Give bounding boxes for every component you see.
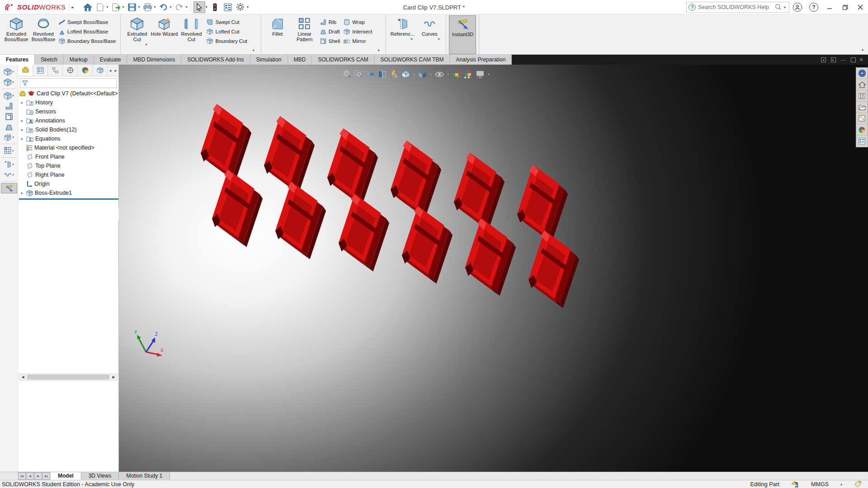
reference-geometry-caret[interactable]: ▾	[407, 37, 416, 44]
new-document-button[interactable]	[94, 1, 106, 13]
swept-cut-button[interactable]: Swept Cut	[207, 17, 247, 27]
curves-button[interactable]: Curves ▾	[416, 15, 443, 54]
units-label[interactable]: MMGS	[811, 481, 829, 488]
strip-curves-button[interactable]: ▾	[1, 169, 17, 180]
tab-cam-manager[interactable]	[93, 65, 108, 76]
custom-properties-icon[interactable]	[856, 136, 868, 147]
ribbon-collapse-caret[interactable]: ▴	[862, 47, 868, 54]
child-minimize-icon[interactable]: —	[838, 57, 848, 62]
minimize-button[interactable]	[822, 0, 837, 14]
strip-reference-geometry-button[interactable]: ▾	[1, 159, 17, 169]
strip-shell-button[interactable]	[1, 111, 17, 122]
tab-configuration-manager[interactable]	[48, 65, 63, 76]
file-explorer-icon[interactable]	[856, 102, 868, 113]
redo-caret[interactable]: ▾	[186, 5, 188, 9]
help-search-box[interactable]: ? ▾	[686, 2, 789, 13]
tab-motion-study-1[interactable]: Motion Study 1	[119, 472, 170, 480]
expand-caret[interactable]: ▸	[20, 118, 24, 123]
strip-rib-button[interactable]	[1, 101, 17, 111]
tag-icon[interactable]	[854, 481, 862, 488]
tree-item-material[interactable]: Material <not specified>	[18, 143, 118, 152]
expand-caret[interactable]: ▸	[20, 191, 24, 195]
tree-item-equations[interactable]: ▸ Σ Equations	[18, 134, 118, 143]
intersect-button[interactable]: Intersect	[344, 27, 372, 36]
logo-flyout-arrow[interactable]: ▸	[69, 4, 77, 10]
first-tab-icon[interactable]: |◂	[18, 472, 26, 480]
tree-item-history[interactable]: ▸ ↺ History	[18, 98, 118, 107]
new-document-caret[interactable]: ▾	[107, 5, 108, 9]
tab-solidworks-add-ins[interactable]: SOLIDWORKS Add-Ins	[181, 55, 250, 65]
redo-button[interactable]	[174, 1, 185, 13]
tab-simulation[interactable]: Simulation	[250, 55, 288, 65]
reference-geometry-button[interactable]: Referenc... ▾	[389, 15, 416, 54]
design-library-icon[interactable]	[856, 90, 868, 102]
tab-evaluate[interactable]: Evaluate	[94, 55, 127, 65]
expand-caret[interactable]: ▸	[20, 136, 24, 141]
revolved-cut-button[interactable]: Revolved Cut	[178, 15, 205, 54]
account-icon[interactable]	[793, 3, 802, 12]
revolved-boss-base-button[interactable]: Revolved Boss/Base	[30, 15, 57, 54]
tree-item-solid-bodies[interactable]: ▸ Solid Bodies(12)	[18, 125, 118, 134]
hole-wizard-button[interactable]: Hole Wizard	[151, 15, 178, 54]
save-caret[interactable]: ▾	[138, 5, 140, 9]
select-tool-button[interactable]	[193, 1, 205, 13]
restore-button[interactable]	[837, 0, 853, 14]
tab-markup[interactable]: Markup	[64, 55, 94, 65]
scroll-left-icon[interactable]: ◀	[19, 375, 26, 379]
pane-previous-icon[interactable]: ◂	[818, 57, 828, 62]
expand-caret[interactable]: ▸	[20, 100, 24, 105]
tree-item-front-plane[interactable]: Front Plane	[18, 152, 118, 161]
close-button[interactable]	[853, 0, 868, 14]
view-palette-icon[interactable]	[856, 113, 868, 124]
solid-bodies-render[interactable]	[119, 65, 868, 472]
expand-caret[interactable]: ▸	[20, 127, 24, 132]
lofted-cut-button[interactable]: Lofted Cut	[207, 27, 247, 36]
extruded-cut-caret[interactable]: ▾	[142, 42, 151, 49]
tree-item-origin[interactable]: Origin	[18, 179, 118, 188]
threedexperience-icon[interactable]	[856, 68, 868, 79]
tree-root-item[interactable]: Card Clip V7 (Default<<Default>	[18, 89, 118, 98]
search-icon[interactable]	[774, 4, 782, 11]
options-caret[interactable]: ▾	[247, 5, 249, 9]
cut-group-caret[interactable]: ▾	[249, 48, 258, 54]
scrollbar-thumb[interactable]	[27, 375, 109, 380]
tree-item-annotations[interactable]: ▸ A Annotations	[18, 116, 118, 125]
print-caret[interactable]: ▾	[154, 5, 156, 9]
strip-fillet-button[interactable]: ▾	[1, 90, 17, 101]
tree-item-top-plane[interactable]: Top Plane	[18, 161, 118, 170]
performance-evaluation-button[interactable]	[209, 1, 221, 13]
tab-mbd[interactable]: MBD	[288, 55, 312, 65]
taskpane-home-icon[interactable]	[856, 79, 868, 90]
search-scope-caret[interactable]: ▾	[784, 5, 786, 9]
tab-dimxpert-manager[interactable]	[63, 65, 78, 76]
tab-solidworks-cam[interactable]: SOLIDWORKS CAM	[312, 55, 374, 65]
features-group-caret[interactable]: ▾	[374, 48, 383, 54]
child-restore-icon[interactable]	[848, 57, 858, 62]
performance-rebuild-icon[interactable]	[791, 481, 799, 488]
strip-extruded-boss-button[interactable]: ▾	[1, 66, 17, 77]
curves-caret[interactable]: ▾	[434, 37, 443, 44]
extruded-cut-button[interactable]: Extruded Cut ▾	[123, 15, 151, 54]
tree-item-sensors[interactable]: ◎ Sensors	[18, 107, 118, 116]
strip-instant3d-button[interactable]	[1, 183, 17, 193]
boundary-cut-button[interactable]: Boundary Cut	[207, 36, 247, 46]
tab-solidworks-cam-tbm[interactable]: SOLIDWORKS CAM TBM	[375, 55, 450, 65]
appearances-scenes-icon[interactable]	[856, 124, 868, 136]
tree-horizontal-scrollbar[interactable]: ◀ ▶	[19, 374, 118, 380]
tree-item-boss-extrude1[interactable]: ▸ Boss-Extrude1	[18, 188, 118, 197]
extruded-boss-base-button[interactable]: Extruded Boss/Base	[3, 15, 30, 54]
print-button[interactable]	[142, 1, 154, 13]
tab-analysis-preparation[interactable]: Analysis Preparation	[450, 55, 512, 65]
instant3d-button[interactable]: Instant3D	[449, 15, 476, 54]
tab-mbd-dimensions[interactable]: MBD Dimensions	[127, 55, 181, 65]
lofted-boss-base-button[interactable]: Lofted Boss/Base	[59, 27, 116, 36]
tree-filter-box[interactable]	[20, 78, 117, 88]
child-close-icon[interactable]: ✕	[858, 57, 868, 63]
strip-draft-button[interactable]	[1, 122, 17, 132]
open-caret[interactable]: ▾	[123, 5, 124, 9]
linear-pattern-button[interactable]: Linear Pattern	[291, 15, 318, 54]
rib-button[interactable]: Rib	[320, 17, 340, 27]
help-icon[interactable]: ?	[809, 3, 818, 12]
help-search-input[interactable]	[698, 4, 772, 10]
open-button[interactable]	[110, 1, 122, 13]
